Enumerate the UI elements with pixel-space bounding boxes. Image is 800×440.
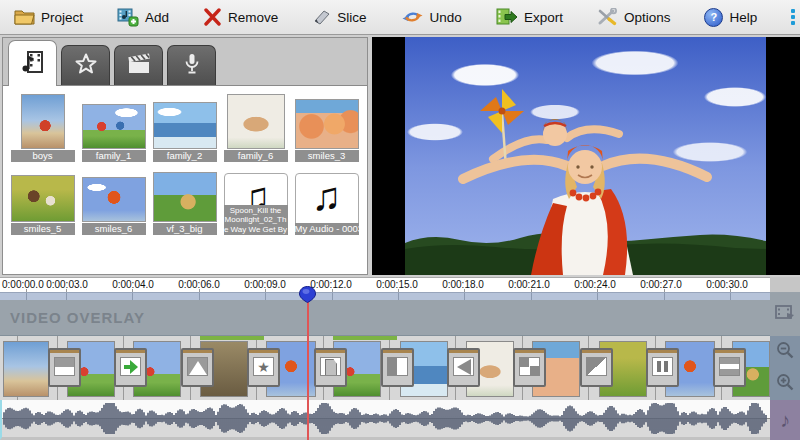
media-tabs-bar: [3, 38, 367, 86]
media-item-label: smiles_5: [11, 223, 75, 235]
checkerboard-icon: [519, 357, 540, 376]
export-button[interactable]: Export: [496, 8, 563, 26]
strip-tick-marks: [0, 293, 770, 300]
split-horizontal-icon: [54, 357, 75, 376]
band-horizontal-icon: [719, 357, 740, 376]
tab-favorites[interactable]: [61, 45, 110, 85]
media-bin-panel: boys family_1 family_2 family_6 smiles_3…: [2, 37, 368, 275]
transition-button-pause-bars[interactable]: [646, 348, 679, 387]
thumbnail-vf-3-big: [153, 172, 217, 222]
clapperboard-tab-icon: [126, 52, 152, 80]
undo-label: Undo: [430, 10, 462, 25]
help-label: Help: [729, 10, 757, 25]
media-item-label: boys: [11, 150, 75, 162]
transition-button-triangle-left[interactable]: [447, 348, 480, 387]
preview-frame-image: [405, 37, 766, 275]
transition-button-arrow-right[interactable]: [114, 348, 147, 387]
thumbnail-family-1: [82, 104, 146, 149]
video-editor-app: Project Add Remove Slice Undo Export Opt…: [0, 0, 800, 440]
video-overlay-track[interactable]: VIDEO OVERLAY: [0, 300, 770, 336]
thumbnail-family-2: [153, 102, 217, 149]
slice-blade-icon: [312, 9, 331, 26]
timeline: 0:00:00.0 0:00:03.0 0:00:04.0 0:00:06.0 …: [0, 277, 800, 440]
transition-button-triangle-up[interactable]: [181, 348, 214, 387]
undo-button[interactable]: Undo: [401, 9, 462, 25]
media-item-family-2[interactable]: family_2: [149, 90, 220, 163]
export-icon: [496, 8, 518, 26]
help-button[interactable]: ? Help: [704, 8, 757, 27]
transition-button-checkerboard[interactable]: [513, 348, 546, 387]
export-label: Export: [524, 10, 563, 25]
more-button[interactable]: More: [791, 9, 800, 25]
playhead-marker[interactable]: [299, 286, 316, 307]
clip-green-marker: [200, 336, 264, 340]
video-clip-track: ★: [0, 336, 770, 400]
media-item-label: family_1: [82, 150, 146, 162]
add-button[interactable]: Add: [117, 8, 169, 27]
transition-button-diagonal-split[interactable]: [580, 348, 613, 387]
timeline-scroll-strip[interactable]: [0, 292, 770, 300]
media-item-label: family_6: [224, 150, 288, 162]
slice-label: Slice: [337, 10, 366, 25]
slice-button[interactable]: Slice: [312, 9, 366, 26]
remove-label: Remove: [228, 10, 278, 25]
track-controls-rail: ♪: [770, 292, 800, 440]
folder-icon: [14, 9, 35, 25]
add-label: Add: [145, 10, 169, 25]
zoom-out-icon[interactable]: [775, 340, 795, 364]
thumbnail-family-6: [227, 94, 285, 149]
media-clips-tab-icon: [20, 50, 46, 78]
zoom-in-icon[interactable]: [775, 372, 795, 396]
music-note-icon: ♫: [312, 174, 342, 218]
overlay-track-header[interactable]: [770, 292, 800, 336]
thumbnail-smiles-3: [295, 99, 359, 149]
playhead-line: [307, 292, 309, 440]
options-button[interactable]: Options: [597, 8, 671, 26]
timeline-clip-boys[interactable]: [3, 341, 49, 397]
video-preview: [372, 37, 800, 275]
help-icon: ?: [704, 8, 723, 27]
bar-left-icon: [387, 357, 408, 376]
media-item-smiles-3[interactable]: smiles_3: [291, 90, 362, 163]
project-button[interactable]: Project: [14, 9, 83, 25]
overlay-track-icon: [775, 304, 795, 324]
audio-track-header[interactable]: ♪: [770, 400, 800, 440]
media-item-smiles-5[interactable]: smiles_5: [7, 163, 78, 236]
star-icon: ★: [253, 357, 274, 376]
media-item-vf-3-big[interactable]: vf_3_big: [149, 163, 220, 236]
tab-clapperboard[interactable]: [114, 45, 163, 85]
media-item-spoon-audio[interactable]: ♫ Spoon_Kill the Moonlight_02_The Way We…: [220, 163, 291, 236]
transition-button-page-turn[interactable]: [314, 348, 347, 387]
zoom-controls: [770, 336, 800, 400]
options-tools-icon: [597, 8, 618, 26]
tab-record-audio[interactable]: [167, 45, 216, 85]
media-item-family-1[interactable]: family_1: [78, 90, 149, 163]
transition-button-band-horizontal[interactable]: [713, 348, 746, 387]
audio-waveform-track[interactable]: [0, 400, 770, 440]
transition-button-star[interactable]: ★: [247, 348, 280, 387]
tab-media-clips[interactable]: [8, 40, 57, 86]
remove-button[interactable]: Remove: [203, 8, 278, 26]
media-item-smiles-6[interactable]: smiles_6: [78, 163, 149, 236]
clip-green-marker: [333, 336, 397, 340]
thumbnail-smiles-5: [11, 175, 75, 222]
media-item-label: family_2: [153, 150, 217, 162]
arrow-right-icon: [120, 357, 141, 376]
audio-track-icon: ♪: [780, 409, 790, 432]
audio-waveform: [2, 400, 770, 437]
add-media-icon: [117, 8, 139, 27]
media-item-label: Spoon_Kill the Moonlight_02_The Way We G…: [224, 205, 288, 236]
media-item-family-6[interactable]: family_6: [220, 90, 291, 163]
toolbar: Project Add Remove Slice Undo Export Opt…: [0, 0, 800, 35]
diagonal-split-icon: [586, 357, 607, 376]
media-item-boys[interactable]: boys: [7, 90, 78, 163]
media-item-my-audio[interactable]: ♫ My Audio - 0003: [291, 163, 362, 236]
timeline-ruler[interactable]: 0:00:00.0 0:00:03.0 0:00:04.0 0:00:06.0 …: [0, 277, 770, 292]
triangle-left-icon: [453, 357, 474, 376]
transition-button-split-horizontal[interactable]: [48, 348, 81, 387]
remove-x-icon: [203, 8, 222, 26]
transition-button-bar-left[interactable]: [381, 348, 414, 387]
pause-bars-icon: [652, 357, 673, 376]
media-item-label: My Audio - 0003: [295, 223, 359, 235]
triangle-up-icon: [187, 357, 208, 376]
